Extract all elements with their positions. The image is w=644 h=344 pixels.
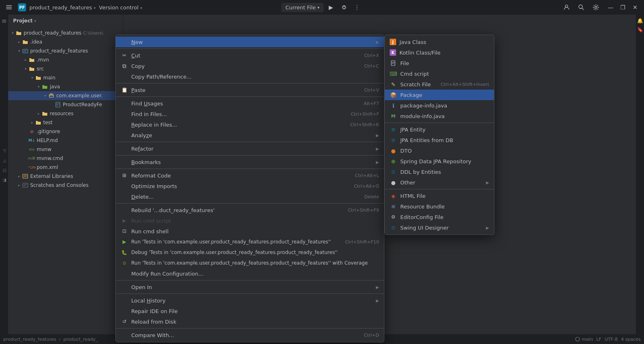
submenu-item-package[interactable]: 📦 Package bbox=[385, 90, 494, 100]
status-encoding[interactable]: UTF-8 bbox=[604, 337, 618, 342]
java-file-icon bbox=[55, 101, 61, 108]
left-toolbar-icon-2[interactable]: ◁ bbox=[0, 147, 8, 155]
submenu-item-ddl[interactable]: ⊡ DDL by Entities bbox=[385, 167, 494, 177]
status-lf[interactable]: LF bbox=[596, 337, 601, 342]
settings-button[interactable] bbox=[590, 2, 602, 13]
debug-button[interactable] bbox=[338, 2, 350, 13]
status-indent[interactable]: 4 spaces bbox=[621, 337, 641, 342]
submenu-label-jpa-db: JPA Entities from DB bbox=[400, 137, 489, 143]
tree-item-mvnw[interactable]: ▸ mv mvnw bbox=[8, 145, 123, 154]
version-control-btn[interactable]: Version control ▾ bbox=[99, 4, 142, 11]
menu-item-local-history[interactable]: Local History ▶ bbox=[116, 295, 384, 306]
tree-item-javafile[interactable]: ▸ ProductReadyFe bbox=[8, 100, 123, 109]
menu-item-analyze[interactable]: Analyze ▶ bbox=[116, 130, 384, 140]
menu-label-local-history: Local History bbox=[131, 298, 373, 304]
profile-button[interactable] bbox=[561, 2, 572, 13]
more-button[interactable]: ⋮ bbox=[351, 2, 363, 13]
submenu-item-file[interactable]: File bbox=[385, 58, 494, 68]
submenu-item-other[interactable]: ● Other ▶ bbox=[385, 177, 494, 188]
search-button[interactable] bbox=[576, 2, 587, 13]
submenu-item-cmd[interactable]: ⌨ Cmd script bbox=[385, 68, 494, 79]
menu-item-replace[interactable]: Replace in Files... Ctrl+Shift+R bbox=[116, 119, 384, 130]
tree-item-pom[interactable]: ▸ ⌥m pom.xml bbox=[8, 163, 123, 172]
left-toolbar-icon-4[interactable]: ◫ bbox=[0, 167, 8, 174]
project-name[interactable]: product_ready_features ▾ bbox=[29, 4, 96, 11]
menu-item-compare[interactable]: Compare With... Ctrl+D bbox=[116, 330, 384, 340]
menu-item-run-coverage[interactable]: ⊙ Run 'Tests in 'com.example.user.produc… bbox=[116, 258, 384, 268]
submenu-item-jpa-entity[interactable]: ⊞ JPA Entity bbox=[385, 124, 494, 135]
tree-item-src[interactable]: ▾ src bbox=[8, 64, 123, 73]
tree-item-main[interactable]: ▾ main bbox=[8, 73, 123, 82]
left-toolbar-icon-5[interactable]: ⬓ bbox=[0, 177, 8, 184]
tree-item-gitignore[interactable]: ▸ ⊘ .gitignore bbox=[8, 127, 123, 136]
status-git[interactable]: main bbox=[575, 337, 593, 342]
menu-item-reformat[interactable]: ⊞ Reformat Code Ctrl+Alt+L bbox=[116, 170, 384, 181]
menu-item-find-usages[interactable]: Find Usages Alt+F7 bbox=[116, 98, 384, 109]
left-toolbar-icon-1[interactable]: ≡ bbox=[0, 17, 8, 24]
submenu-item-swing[interactable]: ⊡ Swing UI Designer ▶ bbox=[385, 222, 494, 233]
menu-item-repair-ide[interactable]: Repair IDE on File bbox=[116, 306, 384, 316]
svg-rect-14 bbox=[23, 183, 28, 187]
run-button[interactable]: ▶ bbox=[325, 2, 337, 13]
submenu-item-scratch[interactable]: ✎ Scratch File Ctrl+Alt+Shift+Insert bbox=[385, 79, 494, 90]
folder-icon-idea bbox=[22, 39, 29, 45]
tree-item-resources[interactable]: ▸ resources bbox=[8, 109, 123, 118]
left-toolbar-icon-3[interactable]: ▷ bbox=[0, 157, 8, 164]
tree-item-mvnw-cmd[interactable]: ▸ m⌘ mvnw.cmd bbox=[8, 154, 123, 163]
submenu-item-kotlin[interactable]: K Kotlin Class/File bbox=[385, 47, 494, 58]
right-icon-notifications[interactable]: 🔔 bbox=[637, 18, 643, 24]
resource-bundle-icon: ⊞ bbox=[390, 203, 397, 210]
submenu-item-dto[interactable]: ● DTO bbox=[385, 145, 494, 156]
right-icon-bookmarks[interactable]: 🔖 bbox=[637, 27, 643, 33]
tree-label-java: java bbox=[50, 84, 60, 90]
current-file-btn[interactable]: Current File ▾ bbox=[281, 3, 324, 12]
tree-item-help[interactable]: ▸ M↓ HELP.md bbox=[8, 136, 123, 145]
menu-item-reload[interactable]: ↺ Reload from Disk bbox=[116, 316, 384, 327]
submenu-item-module-info[interactable]: M module-info.java bbox=[385, 111, 494, 121]
tree-item-package[interactable]: ▾ com.example.user. bbox=[8, 91, 123, 100]
submenu-item-html[interactable]: ◈ HTML File bbox=[385, 191, 494, 201]
tree-item-test[interactable]: ▸ test bbox=[8, 118, 123, 127]
tree-item-module[interactable]: ▾ product_ready_features bbox=[8, 46, 123, 55]
menu-item-find-files[interactable]: Find in Files... Ctrl+Shift+F bbox=[116, 109, 384, 119]
tree-item-external-libraries[interactable]: ▸ External Libraries bbox=[8, 172, 123, 181]
tree-item-mvn[interactable]: ▸ .mvn bbox=[8, 55, 123, 64]
menu-item-open-in[interactable]: Open In ▶ bbox=[116, 282, 384, 292]
sidebar-header[interactable]: Project ▾ bbox=[8, 15, 123, 27]
menu-item-debug-tests[interactable]: 🐛 Debug 'Tests in 'com.example.user.prod… bbox=[116, 247, 384, 258]
window-controls: — ❐ ✕ bbox=[605, 2, 641, 13]
tree-label-gitignore: .gitignore bbox=[37, 129, 60, 134]
submenu-item-jpa-db[interactable]: ⊟ JPA Entities from DB bbox=[385, 135, 494, 145]
menu-item-optimize[interactable]: Optimize Imports Ctrl+Alt+O bbox=[116, 181, 384, 191]
menu-item-new[interactable]: New ▶ bbox=[116, 37, 384, 47]
menu-item-paste[interactable]: 📋 Paste Ctrl+V bbox=[116, 85, 384, 95]
menu-item-modify-run[interactable]: Modify Run Configuration... bbox=[116, 268, 384, 279]
menu-item-copy[interactable]: ⧉ Copy Ctrl+C bbox=[116, 61, 384, 71]
tree-item-root[interactable]: ▾ product_ready_features C:\Users\ bbox=[8, 28, 123, 37]
menu-label-run-cmd-shell: Run cmd shell bbox=[131, 228, 379, 234]
tree-item-scratches[interactable]: ▸ Scratches and Consoles bbox=[8, 181, 123, 190]
tree-item-idea[interactable]: ▸ .idea bbox=[8, 37, 123, 46]
submenu-item-package-info[interactable]: ℹ package-info.java bbox=[385, 100, 494, 111]
submenu-item-spring-repo[interactable]: ⊕ Spring Data JPA Repository bbox=[385, 156, 494, 167]
menu-item-refactor[interactable]: Refactor ▶ bbox=[116, 143, 384, 154]
close-button[interactable]: ✕ bbox=[629, 2, 641, 13]
tree-item-java[interactable]: ▾ java bbox=[8, 82, 123, 91]
html-icon: ◈ bbox=[390, 192, 397, 199]
menu-item-run-cmd-shell[interactable]: ⊡ Run cmd shell bbox=[116, 226, 384, 237]
status-project-path[interactable]: product_ready_features › product_ready_ bbox=[3, 337, 98, 342]
submenu-item-editorconfig[interactable]: ⚙ EditorConfig File bbox=[385, 212, 494, 222]
svg-rect-0 bbox=[6, 5, 12, 6]
mvnw-cmd-icon: m⌘ bbox=[29, 155, 35, 162]
menu-item-bookmarks[interactable]: Bookmarks ▶ bbox=[116, 157, 384, 167]
submenu-item-java-class[interactable]: J Java Class bbox=[385, 37, 494, 47]
menu-item-copy-path[interactable]: Copy Path/Reference... bbox=[116, 71, 384, 82]
menu-item-run-tests[interactable]: ▶ Run 'Tests in 'com.example.user.produc… bbox=[116, 237, 384, 247]
restore-button[interactable]: ❐ bbox=[617, 2, 629, 13]
minimize-button[interactable]: — bbox=[605, 2, 616, 13]
menu-item-cut[interactable]: ✂ Cut Ctrl+X bbox=[116, 50, 384, 61]
menu-item-delete[interactable]: Delete... Delete bbox=[116, 191, 384, 202]
submenu-item-resource-bundle[interactable]: ⊞ Resource Bundle bbox=[385, 201, 494, 212]
menu-item-rebuild[interactable]: Rebuild '...duct_ready_features' Ctrl+Sh… bbox=[116, 205, 384, 215]
menu-button[interactable] bbox=[3, 2, 15, 13]
